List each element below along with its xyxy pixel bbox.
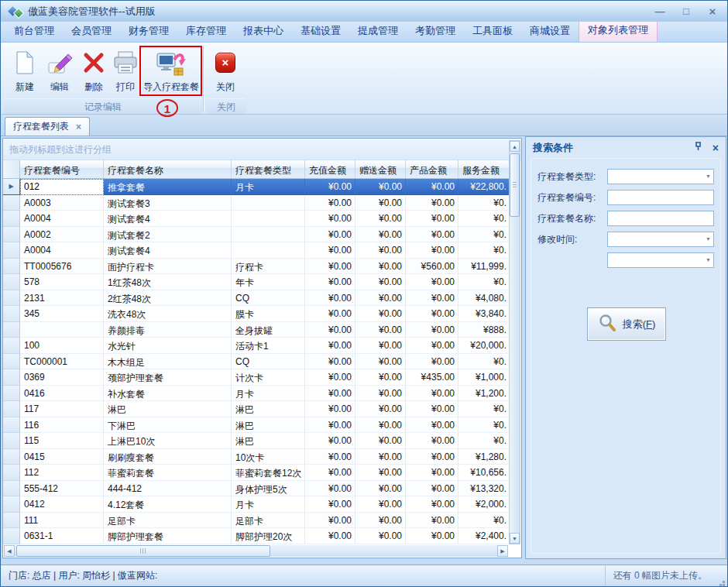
cell[interactable]: ¥0.00: [355, 195, 406, 211]
cell[interactable]: ¥0.00: [406, 449, 458, 465]
cell[interactable]: ¥0.00: [355, 306, 406, 322]
cell[interactable]: ¥0.00: [406, 227, 458, 243]
horizontal-scrollbar[interactable]: ◀ ▶: [4, 545, 508, 557]
table-row[interactable]: 111足部卡足部卡¥0.00¥0.00¥0.00¥0.: [3, 513, 510, 529]
cell[interactable]: ¥0.00: [406, 354, 458, 370]
maximize-button[interactable]: □: [679, 5, 693, 17]
table-row[interactable]: A0004测试套餐4¥0.00¥0.00¥0.00¥0.: [3, 211, 510, 227]
column-header[interactable]: 充值金额: [305, 160, 355, 178]
dropdown-arrow-icon[interactable]: ▼: [706, 257, 711, 263]
horizontal-scroll-thumb[interactable]: [16, 545, 270, 557]
table-row[interactable]: 21312红茶48次CQ¥0.00¥0.00¥0.00¥4,080.: [3, 290, 510, 307]
cell[interactable]: ¥0.00: [305, 433, 355, 449]
cell[interactable]: ¥20,000.: [458, 338, 510, 354]
cell[interactable]: 555-412: [20, 481, 104, 497]
delete-button[interactable]: 删除: [77, 46, 110, 95]
cell[interactable]: 测试套餐2: [104, 227, 232, 243]
cell[interactable]: ¥0.00: [305, 322, 355, 338]
cell[interactable]: ¥0.00: [406, 481, 458, 497]
cell[interactable]: 木木组足: [104, 354, 232, 370]
cell[interactable]: 刷刷瘦套餐: [104, 449, 232, 465]
cell[interactable]: ¥0.00: [355, 179, 406, 195]
cell[interactable]: [232, 211, 305, 227]
cell[interactable]: ¥0.00: [305, 465, 355, 481]
row-indicator[interactable]: [3, 227, 20, 243]
cell[interactable]: CQ: [232, 290, 305, 307]
scroll-right-icon[interactable]: ▶: [497, 545, 508, 557]
cell[interactable]: 计次卡: [232, 369, 305, 386]
cell[interactable]: 淋巴: [232, 433, 305, 449]
row-indicator[interactable]: [3, 211, 20, 227]
cell[interactable]: ¥0.00: [406, 322, 458, 338]
cell[interactable]: ¥0.00: [355, 290, 406, 307]
cell[interactable]: 115: [20, 433, 104, 449]
search-field-select[interactable]: ▼: [607, 232, 714, 247]
cell[interactable]: ¥0.: [458, 227, 510, 243]
cell[interactable]: ¥0.00: [355, 449, 406, 465]
cell[interactable]: 0416: [20, 386, 104, 402]
cell[interactable]: ¥0.: [458, 513, 510, 529]
cell[interactable]: 疗程卡: [232, 259, 305, 275]
cell[interactable]: ¥0.00: [305, 401, 355, 417]
table-row[interactable]: 116下淋巴淋巴¥0.00¥0.00¥0.00¥0.: [3, 417, 510, 434]
cell[interactable]: 1红茶48次: [104, 274, 232, 290]
cell[interactable]: 菲蜜莉套餐: [104, 465, 232, 481]
row-indicator[interactable]: [3, 401, 20, 417]
cell[interactable]: ¥0.00: [305, 259, 355, 275]
vertical-scrollbar[interactable]: ▲ ▼: [509, 140, 520, 544]
row-indicator[interactable]: [3, 354, 20, 370]
cell[interactable]: ¥0.00: [305, 496, 355, 513]
cell[interactable]: ¥888.: [458, 322, 510, 338]
cell[interactable]: 足部卡: [104, 513, 232, 529]
cell[interactable]: ¥0.00: [355, 433, 406, 449]
cell[interactable]: 脚部护理套餐: [104, 528, 232, 544]
row-indicator[interactable]: [3, 290, 20, 307]
cell[interactable]: ¥0.00: [305, 481, 355, 497]
cell[interactable]: ¥0.00: [406, 417, 458, 434]
cell[interactable]: A0003: [20, 195, 104, 211]
print-button[interactable]: 打印: [110, 46, 141, 95]
dropdown-arrow-icon[interactable]: ▼: [706, 236, 711, 242]
cell[interactable]: ¥22,800.: [458, 179, 510, 195]
cell[interactable]: ¥0.00: [305, 354, 355, 370]
cell[interactable]: ¥0.: [458, 433, 510, 449]
cell[interactable]: 4.12套餐: [104, 496, 232, 513]
cell[interactable]: 全身拔罐: [232, 322, 305, 338]
close-tab-button[interactable]: × 关闭: [208, 46, 242, 95]
cell[interactable]: ¥0.00: [406, 242, 458, 259]
cell[interactable]: ¥0.00: [355, 227, 406, 243]
table-row[interactable]: TT0005676面护疗程卡疗程卡¥0.00¥0.00¥560.00¥11,99…: [3, 259, 510, 275]
cell[interactable]: 补水套餐: [104, 386, 232, 402]
row-indicator[interactable]: [3, 259, 20, 275]
cell[interactable]: [232, 242, 305, 259]
menu-tab-2[interactable]: 会员管理: [63, 22, 120, 42]
cell[interactable]: ¥0.00: [305, 211, 355, 227]
row-indicator[interactable]: [3, 513, 20, 529]
cell[interactable]: ¥0.00: [305, 338, 355, 354]
search-button[interactable]: 搜索(F): [587, 307, 666, 341]
cell[interactable]: ¥0.: [458, 417, 510, 434]
resize-grip[interactable]: [723, 581, 725, 583]
cell[interactable]: ¥0.00: [406, 211, 458, 227]
dropdown-arrow-icon[interactable]: ▼: [706, 173, 711, 179]
table-row[interactable]: 100水光针活动卡1¥0.00¥0.00¥0.00¥20,000.: [3, 338, 510, 354]
cell[interactable]: ¥0.00: [355, 274, 406, 290]
cell[interactable]: ¥0.: [458, 242, 510, 259]
column-header[interactable]: 疗程套餐类型: [232, 160, 305, 178]
cell[interactable]: ¥0.00: [305, 242, 355, 259]
cell[interactable]: 上淋巴10次: [104, 433, 232, 449]
row-indicator[interactable]: [3, 528, 20, 544]
row-indicator[interactable]: ▶: [3, 179, 20, 195]
cell[interactable]: ¥2,000.: [458, 496, 510, 513]
table-row[interactable]: 112菲蜜莉套餐菲蜜莉套餐12次¥0.00¥0.00¥0.00¥10,656.: [3, 465, 510, 481]
cell[interactable]: 淋巴: [232, 401, 305, 417]
table-row[interactable]: 555-412444-412身体护理5次¥0.00¥0.00¥0.00¥13,3…: [3, 481, 510, 497]
cell[interactable]: 月卡: [232, 179, 305, 195]
cell[interactable]: 0412: [20, 496, 104, 513]
row-indicator[interactable]: [3, 386, 20, 402]
cell[interactable]: ¥0.00: [305, 449, 355, 465]
cell[interactable]: 淋巴: [104, 401, 232, 417]
cell[interactable]: ¥1,280.: [458, 449, 510, 465]
cell[interactable]: ¥0.00: [355, 369, 406, 386]
cell[interactable]: 0369: [20, 369, 104, 386]
